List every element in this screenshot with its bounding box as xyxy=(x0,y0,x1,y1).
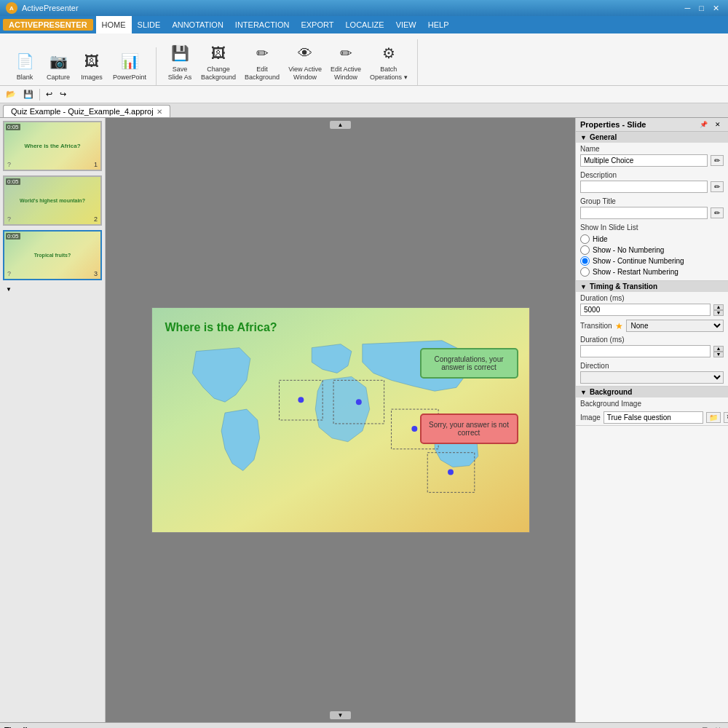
menu-export[interactable]: EXPORT xyxy=(295,16,339,33)
correct-answer-box: Congratulations, your answer is correct xyxy=(420,348,518,379)
duration-input-row: ▲ ▼ xyxy=(580,304,724,316)
ribbon-group-slide: 💾 SaveSlide As 🖼 ChangeBackground ✏ Edit… xyxy=(158,39,418,85)
timeline-float-button[interactable]: ⊡ xyxy=(699,724,711,728)
duration2-up[interactable]: ▲ xyxy=(713,346,724,352)
props-pin-button[interactable]: 📌 xyxy=(697,119,711,130)
powerpoint-button[interactable]: 📊 PowerPoint xyxy=(109,47,150,84)
edit-active-window-button[interactable]: ✏ Edit ActiveWindow xyxy=(327,39,365,84)
menu-localize[interactable]: LOCALIZE xyxy=(339,16,389,33)
edit-bg-icon: ✏ xyxy=(250,41,274,65)
bg-browse-button[interactable]: 📁 xyxy=(706,412,721,423)
slide-number-3: 3 xyxy=(94,270,98,277)
transition-select[interactable]: None Fade Slide xyxy=(626,320,724,332)
radio-hide[interactable]: Hide xyxy=(580,234,724,244)
minimize-button[interactable]: ─ xyxy=(682,4,694,13)
slide-time-2: 0:05 xyxy=(6,178,20,185)
ribbon: 📄 Blank 📷 Capture 🖼 Images 📊 PowerPoint … xyxy=(0,33,728,86)
canvas-scroll-down[interactable]: ▼ xyxy=(330,711,352,719)
image-label: Image xyxy=(580,414,601,422)
save-slide-as-button[interactable]: 💾 SaveSlide As xyxy=(164,39,196,84)
bg-image-input[interactable] xyxy=(604,411,703,424)
props-close-button[interactable]: ✕ xyxy=(712,119,724,130)
batch-operations-dropdown[interactable]: ⚙ BatchOperations ▾ xyxy=(366,39,411,84)
slide-question-3: ? xyxy=(7,270,11,277)
transition-row: Transition ★ None Fade Slide xyxy=(576,318,728,333)
change-background-button[interactable]: 🖼 ChangeBackground xyxy=(197,39,240,84)
name-label: Name xyxy=(580,145,724,153)
tab-bar: Quiz Example - Quiz_Example_4.approj ✕ xyxy=(0,103,728,118)
group-title-input-row: ✏ xyxy=(580,207,724,219)
capture-button[interactable]: 📷 Capture xyxy=(42,47,74,84)
name-row: Name ✏ xyxy=(576,143,728,169)
title-bar-left: A ActivePresenter xyxy=(6,2,79,14)
name-input[interactable] xyxy=(580,154,708,167)
slide-panel-scroll-down[interactable]: ▼ xyxy=(3,285,15,294)
slide-thumbnail-3[interactable]: Tropical fruits? 0:05 ? 3 xyxy=(3,230,102,280)
slide-thumbnail-1[interactable]: Where is the Africa? 0:05 ? 1 xyxy=(3,121,102,171)
description-edit-button[interactable]: ✏ xyxy=(711,181,724,192)
tab-close-button[interactable]: ✕ xyxy=(157,108,162,116)
edit-bg-label: EditBackground xyxy=(245,66,280,82)
blank-button[interactable]: 📄 Blank xyxy=(9,47,41,84)
radio-restart-numbering[interactable]: Show - Restart Numbering xyxy=(580,267,724,277)
timeline-header: Timeline ⊡ ✕ xyxy=(0,723,728,728)
properties-title: Properties - Slide xyxy=(580,120,646,129)
edit-background-button[interactable]: ✏ EditBackground xyxy=(241,39,283,84)
maximize-button[interactable]: □ xyxy=(696,4,707,13)
app-name: ACTIVEPRESENTER xyxy=(3,19,93,31)
radio-continue-numbering[interactable]: Show - Continue Numbering xyxy=(580,256,724,266)
show-in-slide-row: Show In Slide List Hide Show - No Number… xyxy=(576,221,728,280)
redo-button[interactable]: ↪ xyxy=(57,88,69,100)
timeline-close-button[interactable]: ✕ xyxy=(712,724,724,728)
batch-operations-button[interactable]: ⚙ BatchOperations ▾ xyxy=(366,39,411,84)
general-collapse-icon: ▼ xyxy=(580,134,587,141)
menu-home[interactable]: HOME xyxy=(96,16,132,33)
save-button[interactable]: 💾 xyxy=(20,88,36,100)
bg-image-header-row: Background Image xyxy=(576,397,728,410)
undo-button[interactable]: ↩ xyxy=(43,88,55,100)
open-button[interactable]: 📂 xyxy=(3,88,19,100)
ribbon-group-insert: 📄 Blank 📷 Capture 🖼 Images 📊 PowerPoint xyxy=(3,47,157,85)
name-edit-button[interactable]: ✏ xyxy=(711,155,724,166)
description-input[interactable] xyxy=(580,181,708,193)
menu-view[interactable]: VIEW xyxy=(390,16,422,33)
duration-input[interactable] xyxy=(580,304,711,316)
tab-quiz-example[interactable]: Quiz Example - Quiz_Example_4.approj ✕ xyxy=(3,105,170,117)
group-title-input[interactable] xyxy=(580,207,708,219)
menu-help[interactable]: HELP xyxy=(422,16,455,33)
slide-question-2: ? xyxy=(7,215,11,223)
bg-refresh-button[interactable]: ↻ xyxy=(724,412,728,423)
close-button[interactable]: ✕ xyxy=(710,4,722,13)
group-title-edit-button[interactable]: ✏ xyxy=(711,207,724,218)
slide-thumbnail-2[interactable]: World's highest mountain? 0:05 ? 2 xyxy=(3,175,102,226)
radio-no-numbering[interactable]: Show - No Numbering xyxy=(580,245,724,255)
duration-up[interactable]: ▲ xyxy=(713,304,724,310)
general-section: ▼ General Name ✏ Description ✏ Group Tit… xyxy=(576,132,728,281)
duration2-input[interactable] xyxy=(580,345,711,357)
toolbar-separator-1 xyxy=(39,89,40,100)
direction-row: Direction xyxy=(576,360,728,386)
background-collapse-icon: ▼ xyxy=(580,389,587,396)
timing-collapse-icon: ▼ xyxy=(580,283,587,290)
save-slide-icon: 💾 xyxy=(168,41,191,65)
svg-point-6 xyxy=(355,399,361,405)
images-button[interactable]: 🖼 Images xyxy=(76,47,108,84)
view-active-window-button[interactable]: 👁 View ActiveWindow xyxy=(285,39,325,84)
duration2-label: Duration (ms) xyxy=(580,336,724,344)
app-logo: A xyxy=(6,2,17,14)
background-section-header[interactable]: ▼ Background xyxy=(576,387,728,397)
properties-header: Properties - Slide 📌 ✕ xyxy=(576,118,728,132)
duration2-down[interactable]: ▼ xyxy=(713,352,724,357)
canvas-scroll-up[interactable]: ▲ xyxy=(330,121,352,129)
menu-interaction[interactable]: INTERACTION xyxy=(229,16,296,33)
menu-slide[interactable]: SLIDE xyxy=(132,16,167,33)
duration-down[interactable]: ▼ xyxy=(713,310,724,316)
menu-annotation[interactable]: ANNOTATION xyxy=(166,16,229,33)
general-section-header[interactable]: ▼ General xyxy=(576,132,728,143)
background-section: ▼ Background Background Image Image 📁 ↻ … xyxy=(576,387,728,426)
bg-image-row: Image 📁 ↻ ✕ xyxy=(576,410,728,425)
direction-select[interactable] xyxy=(580,371,724,384)
canvas-area: ▲ xyxy=(106,118,575,722)
svg-point-5 xyxy=(298,397,304,403)
timing-section-header[interactable]: ▼ Timing & Transition xyxy=(576,281,728,292)
